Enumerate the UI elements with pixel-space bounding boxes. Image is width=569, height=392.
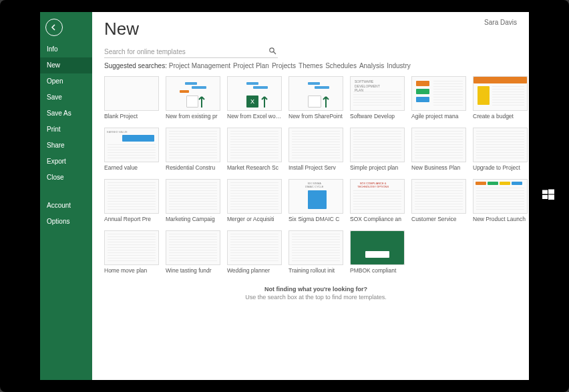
template-tile[interactable]: Customer Service [411,179,466,226]
template-thumb [411,128,466,162]
template-tile[interactable]: EARNED VALUEEarned value [104,128,159,175]
suggest-link[interactable]: Projects [272,62,296,69]
template-thumb [473,128,528,162]
template-thumb [166,76,220,111]
suggest-link[interactable]: Project Plan [233,62,269,69]
footer-line2: Use the search box at the top to find mo… [104,294,528,301]
template-tile[interactable]: New from existing pr [166,76,220,124]
template-tile[interactable]: Home move plan [104,230,159,278]
sidebar-item-print[interactable]: Print [40,122,92,138]
template-tile[interactable]: Blank Project [104,76,159,124]
user-name[interactable]: Sara Davis [484,19,517,26]
template-thumb [227,179,282,214]
template-tile[interactable]: Wedding planner [227,230,282,278]
template-label: Simple project plan [350,164,405,175]
backstage-sidebar: InfoNewOpenSaveSave AsPrintShareExportCl… [40,12,92,380]
template-tile[interactable]: SOFTWAREDEVELOPMENTPLANSoftware Develop [350,76,405,124]
svg-point-4 [270,48,274,52]
template-thumb [104,179,159,214]
tablet-frame: InfoNewOpenSaveSave AsPrintShareExportCl… [0,0,569,392]
template-tile[interactable]: Annual Report Pre [104,179,159,226]
sidebar-item-close[interactable]: Close [40,170,92,186]
template-thumb [166,128,220,162]
sidebar-item-options[interactable]: Options [40,214,92,230]
template-thumb [166,230,220,265]
search-input[interactable] [104,46,267,57]
template-tile[interactable]: XNew from Excel workb [227,76,282,124]
template-label: Software Develop [350,113,405,124]
template-tile[interactable]: New from SharePoint [289,76,343,124]
page-title: New [104,19,517,39]
sidebar-item-new[interactable]: New [40,57,92,73]
template-tile[interactable]: New Business Plan [411,128,466,175]
template-tile[interactable]: New Product Launch [473,179,528,226]
template-label: New from existing pr [166,113,220,124]
template-thumb [289,128,343,162]
back-button[interactable] [45,19,63,36]
template-tile[interactable]: Marketing Campaig [166,179,220,226]
template-label: Upgrade to Project [473,164,528,175]
windows-button[interactable] [542,188,554,204]
template-label: New from SharePoint [289,113,343,124]
template-label: PMBOK compliant [350,267,405,278]
sidebar-item-export[interactable]: Export [40,154,92,170]
template-grid: Blank ProjectNew from existing prXNew fr… [104,76,517,301]
template-label: New from Excel workb [227,113,282,124]
template-tile[interactable]: Market Research Sc [227,128,282,175]
template-label: Residential Constru [166,164,220,175]
template-search[interactable] [104,46,278,58]
template-label: Six Sigma DMAIC C [289,216,343,226]
svg-line-5 [274,52,276,55]
template-label: New Business Plan [411,164,466,175]
suggest-link[interactable]: Themes [299,62,323,69]
sidebar-item-info[interactable]: Info [40,41,92,57]
template-thumb: X [227,76,282,111]
sidebar-item-save-as[interactable]: Save As [40,106,92,122]
template-tile[interactable]: Wine tasting fundr [166,230,220,278]
template-thumb [227,128,282,162]
app-window: InfoNewOpenSaveSave AsPrintShareExportCl… [40,12,529,380]
template-tile[interactable]: Training rollout init [289,230,343,278]
svg-rect-2 [542,195,548,199]
svg-rect-1 [548,189,554,194]
suggest-link[interactable]: Project Management [169,62,230,69]
template-thumb: SOX COMPLIANCE &TECHNOLOGY OPTIONS [350,179,405,214]
template-tile[interactable]: Install Project Serv [289,128,343,175]
template-tile[interactable]: SIX SIGMADMAIC CYCLESix Sigma DMAIC C [289,179,343,226]
template-thumb [227,230,282,265]
suggest-link[interactable]: Industry [387,62,411,69]
template-tile[interactable]: Create a budget [473,76,528,124]
svg-rect-3 [548,194,554,200]
template-label: Home move plan [104,267,159,278]
template-thumb [289,76,343,111]
template-label: Marketing Campaig [166,216,220,226]
sidebar-item-save[interactable]: Save [40,89,92,106]
suggest-link[interactable]: Schedules [325,62,357,69]
sidebar-item-open[interactable]: Open [40,73,92,89]
template-label: Wine tasting fundr [166,267,220,278]
footer-line1: Not finding what you're looking for? [104,286,528,292]
template-tile[interactable]: PMBOK compliant [350,230,405,278]
template-tile[interactable]: Residential Constru [166,128,220,175]
sidebar-item-account[interactable]: Account [40,198,92,214]
template-tile[interactable]: SOX COMPLIANCE &TECHNOLOGY OPTIONSSOX Co… [350,179,405,226]
template-label: Market Research Sc [227,164,282,175]
sidebar-item-share[interactable]: Share [40,138,92,154]
template-tile[interactable]: Upgrade to Project [473,128,528,175]
search-icon[interactable] [267,47,278,57]
template-thumb: SIX SIGMADMAIC CYCLE [289,179,343,214]
template-tile[interactable]: Agile project mana [411,76,466,124]
template-label: Training rollout init [289,267,343,278]
template-label: Create a budget [473,113,528,124]
svg-rect-0 [542,190,548,194]
template-tile[interactable]: Merger or Acquisiti [227,179,282,226]
template-label: Wedding planner [227,267,282,278]
template-thumb: SOFTWAREDEVELOPMENTPLAN [350,76,405,111]
main-panel: Sara Davis New Suggested searches: Proje… [92,12,529,380]
suggest-link[interactable]: Analysis [359,62,384,69]
template-thumb [350,230,405,265]
template-label: Blank Project [104,113,159,124]
suggested-searches: Suggested searches: Project ManagementPr… [104,62,517,69]
template-label: Install Project Serv [289,164,343,175]
template-tile[interactable]: Simple project plan [350,128,405,175]
